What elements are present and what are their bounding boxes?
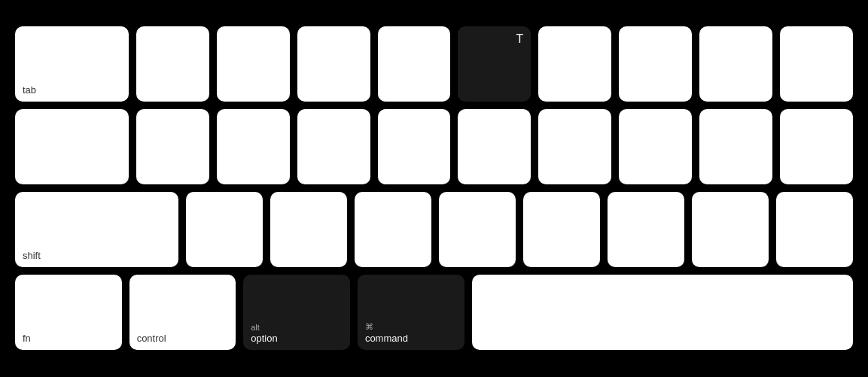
key-n[interactable] (608, 192, 684, 267)
key-comma[interactable] (776, 192, 853, 267)
key-k[interactable] (699, 109, 772, 184)
key-command-label: command (365, 333, 408, 344)
key-c[interactable] (355, 192, 431, 267)
key-tab-label: tab (23, 84, 36, 96)
key-a[interactable] (136, 109, 209, 184)
key-row-3: shift (15, 192, 853, 267)
key-o[interactable] (780, 26, 853, 102)
key-x[interactable] (270, 192, 347, 267)
key-tab[interactable]: tab (15, 26, 129, 102)
key-y[interactable] (538, 26, 611, 102)
key-shift-label: shift (23, 250, 41, 261)
key-option-label: option (251, 333, 277, 344)
key-d[interactable] (297, 109, 370, 184)
key-caps[interactable] (15, 109, 129, 184)
key-control-label: control (137, 333, 166, 344)
key-command[interactable]: ⌘ command (358, 275, 464, 350)
key-alt-sublabel: alt (251, 323, 260, 332)
key-t-label: T (516, 32, 524, 46)
key-s[interactable] (217, 109, 290, 184)
key-z[interactable] (186, 192, 263, 267)
key-fn[interactable]: fn (15, 275, 122, 350)
key-command-sublabel: ⌘ (365, 322, 373, 332)
key-r[interactable] (378, 26, 451, 102)
key-g[interactable] (458, 109, 531, 184)
key-j[interactable] (619, 109, 692, 184)
key-l[interactable] (780, 109, 853, 184)
key-t[interactable]: T (458, 26, 531, 102)
keyboard: tab T shift (0, 0, 868, 377)
key-i[interactable] (699, 26, 772, 102)
key-w[interactable] (217, 26, 290, 102)
key-row-1: tab T (15, 26, 853, 102)
key-v[interactable] (439, 192, 516, 267)
key-b[interactable] (523, 192, 600, 267)
key-q[interactable] (136, 26, 209, 102)
key-alt-option[interactable]: alt option (243, 275, 350, 350)
key-spacebar[interactable] (472, 275, 854, 350)
key-e[interactable] (297, 26, 370, 102)
key-h[interactable] (538, 109, 611, 184)
key-shift[interactable]: shift (15, 192, 178, 267)
key-control[interactable]: control (129, 275, 236, 350)
key-m[interactable] (692, 192, 769, 267)
key-u[interactable] (619, 26, 692, 102)
key-fn-label: fn (23, 333, 31, 344)
key-row-4: fn control alt option ⌘ command (15, 275, 853, 350)
key-row-2 (15, 109, 853, 184)
key-f[interactable] (378, 109, 451, 184)
